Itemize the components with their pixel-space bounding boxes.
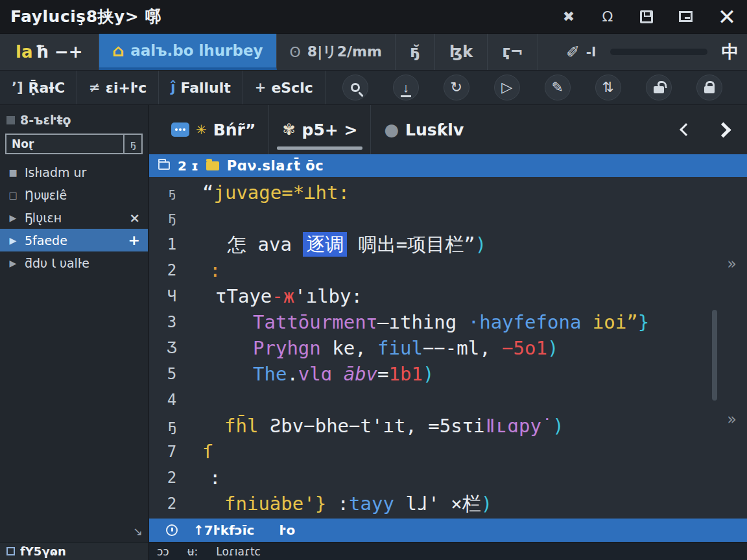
code-line[interactable] xyxy=(195,205,747,231)
gutter: ҕҔ12Ч3Ʒ54ҕ722 xyxy=(149,180,195,519)
sort-button[interactable]: ⇅ xyxy=(595,75,621,100)
search-button[interactable] xyxy=(342,75,368,100)
fold-marker-icon[interactable]: » xyxy=(727,255,737,273)
code-segment: ·hayfefona xyxy=(468,311,593,333)
flag-icon[interactable]: ӷ¬ xyxy=(488,34,538,70)
lock-button[interactable] xyxy=(696,75,722,100)
gutter-label: ҕ xyxy=(149,180,195,205)
layout-icon[interactable]: ɮk xyxy=(435,34,488,70)
redo-icon: ↻ xyxy=(451,79,462,96)
status-items: ɔɔ ʉ: Loɾıaɾtc xyxy=(149,542,261,560)
redo-button[interactable]: ↻ xyxy=(444,75,469,100)
code-line[interactable]: Tattōurmenτ–ıthing ·hayfefona ioi”} xyxy=(195,309,747,335)
breadcrumb-item-3[interactable]: ● Lusƙlv xyxy=(371,105,477,154)
tabbar-right-tools: ✐ -l 中 xyxy=(566,34,747,70)
search-icon xyxy=(351,83,360,92)
code-line[interactable]: ſ xyxy=(195,439,747,465)
file-count: 2 ɪ xyxy=(178,158,198,174)
file-bar[interactable]: 2 ɪ Pɑν.slaɾt̄ ōc xyxy=(149,154,747,177)
search-input[interactable] xyxy=(6,137,123,150)
app-icon xyxy=(6,547,15,555)
editor-footer-text: ŀo xyxy=(279,522,295,538)
toolbar-button-fallult[interactable]: ĵ Fallult xyxy=(159,71,243,104)
breadcrumb-item-1[interactable]: ✳ Bńr̃” xyxy=(158,105,269,154)
play-icon: ▷ xyxy=(501,79,512,96)
sort-arrows-icon: ⇅ xyxy=(602,79,614,96)
search-adornment-icon[interactable]: ҕ xyxy=(123,135,141,153)
code-lines[interactable]: “juvage=*⊥ht:怎 ava 逐调 啁出=项目栏”):τTaye-ж'ı… xyxy=(195,180,747,519)
sidebar-item[interactable]: □ ŊυψεΙê xyxy=(0,183,148,206)
code-segment: =5sτi xyxy=(428,415,484,437)
close-icon[interactable]: ✕ xyxy=(717,5,737,29)
tab-second-label: 8|リ2/mm xyxy=(307,42,382,62)
toolbar-button-eic[interactable]: ≠ εi+ŀc xyxy=(77,71,159,104)
toolbar-button-ratc[interactable]: ʼ] ṜaƗC xyxy=(0,71,77,104)
scrollbar[interactable] xyxy=(712,310,717,401)
status-left[interactable]: fY5γɷn xyxy=(0,542,149,560)
restore-window-icon[interactable] xyxy=(676,5,695,29)
user-icon[interactable]: Ω xyxy=(598,5,617,29)
gutter-label: 2 xyxy=(149,491,195,517)
extensions-x-icon[interactable]: ✖ xyxy=(559,5,578,29)
code-segment: fh̄l xyxy=(224,415,270,437)
sidebar-item[interactable]: ■ Isŀıadm ur xyxy=(0,161,148,183)
edit-button[interactable]: ✎ xyxy=(545,75,571,100)
circle-icon: ● xyxy=(384,120,399,139)
resize-handle-icon[interactable]: ↘ xyxy=(133,524,143,538)
hand-icon: ✾ xyxy=(282,121,295,139)
toolbar-button-esclc[interactable]: + eSclc xyxy=(243,71,326,104)
sidebar-item-list: ■ Isŀıadm ur □ ŊυψεΙê ▶ Ҕlυ̨ιεʜ × ▶ 5fae… xyxy=(0,161,148,274)
play-button[interactable]: ▷ xyxy=(494,75,520,100)
back-icon[interactable] xyxy=(680,123,693,136)
brush-icon[interactable]: ✐ xyxy=(566,43,580,62)
sidebar-item[interactable]: ▶ Ҕlυ̨ιεʜ × xyxy=(0,206,148,229)
code-line[interactable] xyxy=(195,387,747,413)
arrow-icon: ▶ xyxy=(8,235,18,246)
sidebar-item-selected[interactable]: ▶ 5faede + xyxy=(0,229,148,251)
download-button[interactable]: ↓ xyxy=(393,75,419,100)
unlock-button[interactable] xyxy=(646,75,672,100)
slider[interactable] xyxy=(610,49,707,55)
code-line[interactable]: τTaye-ж'ılby: xyxy=(195,283,747,309)
unlock-icon xyxy=(654,86,664,93)
code-line[interactable]: fniuȧbe'} :tayy lɺ' ×栏) xyxy=(195,491,747,517)
add-icon[interactable]: + xyxy=(128,232,140,248)
toolbar-button-label: εi+ŀc xyxy=(106,80,147,96)
status-item[interactable]: ʉ: xyxy=(187,545,198,558)
code-line[interactable]: : xyxy=(195,465,747,491)
tab-left-label[interactable]: la ħ −+ xyxy=(0,34,99,70)
breadcrumb-item-2[interactable]: ✾ p5+ > xyxy=(269,105,371,154)
save-icon[interactable] xyxy=(637,5,656,29)
code-segment: τTaye xyxy=(215,285,272,307)
breadcrumb-label: p5+ > xyxy=(302,121,358,139)
forward-icon[interactable] xyxy=(715,122,731,137)
brush-label: -l xyxy=(586,44,596,60)
code-line[interactable]: : xyxy=(195,257,747,283)
tab-active[interactable]: ⌂ aalъ.bo lhurbey xyxy=(99,34,277,70)
sidebar-item-label: ŊυψεΙê xyxy=(25,188,67,202)
status-item[interactable]: ɔɔ xyxy=(157,545,169,558)
status-item[interactable]: Loɾıaɾtc xyxy=(216,545,261,558)
code-line[interactable]: fh̄l Ƨbv−bhe−t'ıt, =5sτiǁʟɑpy˙) xyxy=(195,413,747,439)
code-segment: 逐调 xyxy=(303,232,347,257)
code-line[interactable]: “juvage=*⊥ht: xyxy=(195,180,747,205)
code-segment: 啁出=项目栏” xyxy=(347,233,475,255)
gutter-label: Ʒ xyxy=(149,335,195,361)
tab-left-label-a: la xyxy=(16,42,32,62)
cjk-button[interactable]: 中 xyxy=(722,40,739,64)
editor-footer-text: ↑7ŀkfɔīc xyxy=(193,522,254,538)
code-segment: ) xyxy=(423,363,434,385)
fold-marker-icon[interactable]: » xyxy=(727,410,737,428)
tab-bar: la ħ −+ ⌂ aalъ.bo lhurbey ʘ 8|リ2/mm ҕ̆ ɮ… xyxy=(0,34,747,71)
code-line[interactable]: 怎 ava 逐调 啁出=项目栏”) xyxy=(195,231,747,257)
tab-second[interactable]: ʘ 8|リ2/mm xyxy=(277,34,396,70)
floppy-icon xyxy=(640,10,653,23)
hook-icon[interactable]: ҕ̆ xyxy=(396,34,435,70)
close-item-icon[interactable]: × xyxy=(129,210,140,226)
code-line[interactable]: Pr̨yhgn ke, fiul−−-ml, −5o1) xyxy=(195,335,747,361)
code-segment: juvage=*⊥ht: xyxy=(213,181,350,204)
code-line[interactable]: The.vlɑ ābv=1b1) xyxy=(195,361,747,387)
sidebar-item[interactable]: ▶ ƌdυ Ɩ υalŀe xyxy=(0,251,148,274)
code-segment: fiul xyxy=(377,337,423,359)
tab-active-label: aalъ.bo lhurbey xyxy=(130,42,263,59)
